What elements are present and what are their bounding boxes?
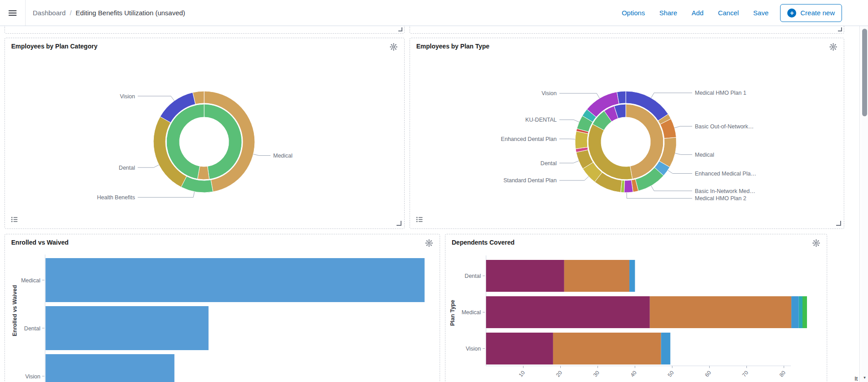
donut-chart-plan-category[interactable]: VisionDentalHealth BenefitsMedical [5,38,404,228]
panel-resize-handle[interactable] [397,221,401,226]
donut-chart-plan-type[interactable]: Medical HMO Plan 1Basic Out-of-Network…M… [410,38,844,228]
save-link[interactable]: Save [753,9,768,17]
dashboard-app: Dashboard / Editing Benefits Utilization… [0,0,868,382]
sunburst-svg: VisionDentalHealth BenefitsMedical [5,38,405,229]
top-navbar: Dashboard / Editing Benefits Utilization… [0,0,868,26]
breadcrumb-separator: / [70,9,71,17]
svg-text:Enrolled vs Waived: Enrolled vs Waived [12,285,18,336]
svg-text:Medical: Medical [21,277,40,284]
plus-circle-icon: + [787,9,796,18]
list-icon [11,216,18,223]
svg-text:30: 30 [592,369,601,378]
svg-text:Medical HMO Plan 1: Medical HMO Plan 1 [695,90,746,96]
content-edge-divider [859,26,860,382]
panel-employees-by-plan-category: Employees by Plan Category VisionDentalH… [4,38,405,229]
scrollbar-thumb[interactable] [862,29,867,116]
clipped-panel-edge [4,26,405,34]
hamburger-menu-button[interactable] [0,0,26,26]
scrollbar-down-icon[interactable]: ▼ [861,375,868,381]
breadcrumb: Dashboard / Editing Benefits Utilization… [33,9,185,17]
clipped-panel-edge [410,26,844,34]
svg-text:Dental: Dental [465,273,481,279]
stacked-bar-chart-dependents[interactable]: DentalMedicalVision1020304050607080Plan … [445,234,827,382]
legend-toggle-icon[interactable] [414,215,424,225]
options-link[interactable]: Options [622,9,645,17]
svg-text:70: 70 [741,369,750,378]
svg-text:Enhanced Medical Pla…: Enhanced Medical Pla… [695,171,756,177]
svg-text:Dental: Dental [541,160,557,167]
create-new-label: Create new [800,9,835,17]
panel-resize-handle[interactable] [838,27,842,31]
svg-text:Basic Out-of-Network…: Basic Out-of-Network… [695,123,754,130]
clipped-text: It [855,376,858,382]
share-link[interactable]: Share [659,9,677,17]
hamburger-icon [8,8,17,18]
stacked-bar-chart-svg: DentalMedicalVision1020304050607080Plan … [445,234,828,382]
cancel-link[interactable]: Cancel [718,9,739,17]
svg-text:Vision: Vision [466,346,481,352]
svg-text:50: 50 [667,369,675,378]
svg-text:KU-DENTAL: KU-DENTAL [525,117,557,123]
vertical-scrollbar[interactable]: ▲ ▼ [861,17,868,382]
breadcrumb-dashboard-link[interactable]: Dashboard [33,9,65,17]
panel-resize-handle[interactable] [398,27,402,31]
svg-text:Dental: Dental [119,165,135,171]
svg-text:Vision: Vision [541,90,557,97]
legend-toggle-icon[interactable] [9,215,19,225]
svg-text:Medical: Medical [695,152,714,158]
panel-enrolled-vs-waived: Enrolled vs Waived MedicalDentalVisionEn… [4,234,440,382]
svg-text:Basic In-Network Med…: Basic In-Network Med… [695,188,755,194]
navbar-actions: Options Share Add Cancel Save + Create n… [622,4,868,22]
svg-text:20: 20 [555,369,563,378]
bar-chart-enrolled-vs-waived[interactable]: MedicalDentalVisionEnrolled vs Waived [5,234,440,382]
bar-chart-svg: MedicalDentalVisionEnrolled vs Waived [5,234,441,382]
panel-employees-by-plan-type: Employees by Plan Type Medical HMO Plan … [410,38,844,229]
sunburst-svg: Medical HMO Plan 1Basic Out-of-Network…M… [410,38,845,229]
add-link[interactable]: Add [692,9,704,17]
svg-text:Medical: Medical [462,309,481,316]
svg-text:10: 10 [518,369,526,378]
svg-text:Medical: Medical [273,153,292,159]
svg-text:Plan Type: Plan Type [449,300,456,326]
svg-text:Vision: Vision [120,93,135,100]
list-icon [416,216,423,223]
create-new-button[interactable]: + Create new [780,4,842,22]
breadcrumb-current-title: Editing Benefits Utilization (unsaved) [76,9,185,17]
svg-text:Vision: Vision [25,373,40,380]
svg-text:60: 60 [704,369,712,378]
svg-text:Standard Dental Plan: Standard Dental Plan [503,177,557,184]
svg-text:Health Benefits: Health Benefits [97,194,135,201]
panel-resize-handle[interactable] [836,221,841,226]
svg-text:Dental: Dental [24,325,40,332]
svg-text:Enhanced Dental Plan: Enhanced Dental Plan [501,136,557,142]
svg-text:40: 40 [629,369,638,378]
svg-text:Medical HMO Plan 2: Medical HMO Plan 2 [695,195,746,202]
svg-text:80: 80 [778,369,787,378]
panel-dependents-covered: Dependents Covered DentalMedicalVision10… [445,234,827,382]
